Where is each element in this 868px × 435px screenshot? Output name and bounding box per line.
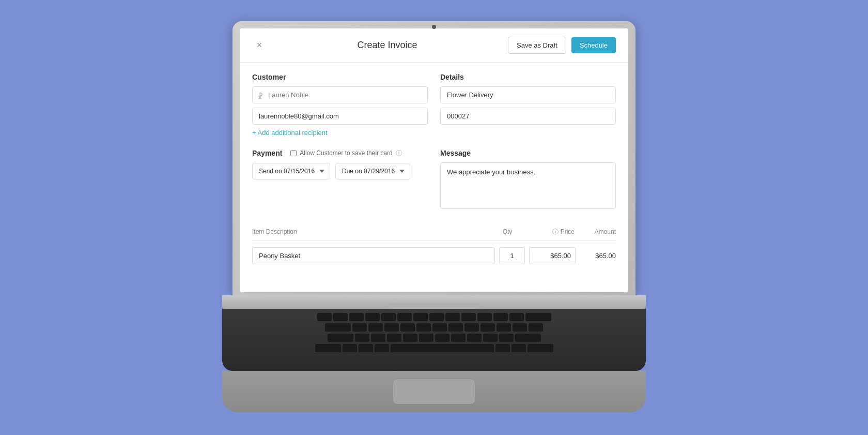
key — [432, 323, 447, 332]
key — [371, 334, 385, 342]
info-icon: ⓘ — [396, 149, 402, 158]
customer-email-input[interactable] — [252, 108, 428, 125]
save-card-checkbox[interactable] — [290, 150, 297, 156]
key — [365, 313, 380, 321]
key — [325, 323, 351, 332]
due-date-select[interactable]: Due on 07/29/2016 — [335, 163, 410, 179]
keyboard-row-4 — [235, 344, 633, 352]
key — [448, 323, 463, 332]
payment-message-grid: Payment Allow Customer to save their car… — [252, 149, 616, 211]
invoice-title-input[interactable] — [440, 86, 616, 103]
message-textarea[interactable]: We appreciate your business. — [440, 162, 616, 209]
schedule-button[interactable]: Schedule — [571, 37, 616, 53]
item-price-input[interactable] — [529, 247, 576, 264]
key — [493, 313, 508, 321]
key — [495, 344, 510, 352]
key — [529, 323, 543, 332]
key — [515, 334, 541, 342]
key — [343, 344, 357, 352]
trackpad[interactable] — [393, 379, 475, 404]
form-grid: Customer ☧ + Add additional recipient De… — [252, 73, 616, 137]
laptop-base — [222, 295, 646, 309]
item-qty-input[interactable] — [499, 247, 525, 264]
close-button[interactable]: × — [252, 38, 267, 52]
send-date-select[interactable]: Send on 07/15/2016 — [252, 163, 330, 179]
trackpad-area — [222, 371, 646, 412]
customer-name-input[interactable] — [252, 86, 428, 103]
key — [419, 334, 433, 342]
key — [497, 323, 511, 332]
add-recipient-link[interactable]: + Add additional recipient — [252, 129, 428, 137]
key — [525, 313, 551, 321]
key — [403, 334, 417, 342]
message-label: Message — [440, 149, 616, 157]
key — [477, 313, 492, 321]
key — [397, 313, 412, 321]
key — [381, 313, 396, 321]
col-desc-header: Item Description — [252, 228, 492, 235]
save-card-text: Allow Customer to save their card — [300, 149, 392, 157]
keyboard-row-2 — [235, 323, 633, 332]
payment-section: Payment Allow Customer to save their car… — [252, 149, 428, 211]
item-description-input[interactable] — [252, 247, 495, 264]
save-draft-button[interactable]: Save as Draft — [508, 37, 566, 54]
keyboard-row-1 — [235, 313, 633, 321]
laptop-wrapper: × Create Invoice Save as Draft Schedule … — [222, 21, 646, 414]
key — [451, 334, 466, 342]
customer-label: Customer — [252, 73, 428, 81]
key — [528, 344, 553, 352]
user-icon: ☧ — [257, 93, 263, 101]
laptop-keyboard — [222, 309, 646, 371]
details-label: Details — [440, 73, 616, 81]
key — [359, 344, 373, 352]
key — [512, 344, 526, 352]
laptop-camera — [432, 25, 436, 29]
key — [328, 334, 353, 342]
key — [483, 334, 498, 342]
payment-dropdowns: Send on 07/15/2016 Due on 07/29/2016 — [252, 163, 428, 179]
key — [445, 313, 460, 321]
invoice-header: × Create Invoice Save as Draft Schedule — [240, 28, 628, 63]
keyboard-row-3 — [235, 334, 633, 342]
invoice-number-input[interactable] — [440, 108, 616, 125]
close-icon: × — [257, 40, 262, 51]
screen-content: × Create Invoice Save as Draft Schedule … — [240, 28, 628, 292]
key — [481, 323, 495, 332]
items-section: Item Description Qty ⓘ Price Amount — [252, 223, 616, 264]
invoice-body: Customer ☧ + Add additional recipient De… — [240, 63, 628, 292]
key — [400, 323, 415, 332]
key — [467, 334, 482, 342]
invoice-app: × Create Invoice Save as Draft Schedule … — [240, 28, 628, 292]
key — [513, 323, 527, 332]
table-row: $65.00 — [252, 247, 616, 264]
key — [416, 323, 431, 332]
save-card-label[interactable]: Allow Customer to save their card ⓘ — [290, 149, 401, 158]
key — [435, 334, 450, 342]
key — [375, 344, 389, 352]
key — [384, 323, 399, 332]
col-qty-header: Qty — [492, 228, 523, 235]
spacebar-key — [391, 344, 494, 352]
invoice-title: Create Invoice — [357, 40, 417, 51]
header-actions: Save as Draft Schedule — [508, 37, 616, 54]
key — [355, 334, 369, 342]
key — [317, 313, 332, 321]
payment-header: Payment Allow Customer to save their car… — [252, 149, 428, 158]
customer-section: Customer ☧ + Add additional recipient — [252, 73, 428, 137]
details-section: Details — [440, 73, 616, 137]
key — [499, 334, 514, 342]
key — [413, 313, 428, 321]
price-info-icon: ⓘ — [552, 228, 559, 236]
laptop-screen: × Create Invoice Save as Draft Schedule … — [233, 21, 636, 295]
key — [464, 323, 479, 332]
key — [509, 313, 524, 321]
customer-name-wrapper: ☧ — [252, 86, 428, 108]
col-price-header: ⓘ Price — [523, 228, 575, 236]
key — [368, 323, 383, 332]
key — [387, 334, 401, 342]
payment-label: Payment — [252, 149, 282, 157]
key — [429, 313, 444, 321]
message-section: Message We appreciate your business. — [440, 149, 616, 211]
key — [461, 313, 476, 321]
col-amount-header: Amount — [575, 228, 616, 235]
